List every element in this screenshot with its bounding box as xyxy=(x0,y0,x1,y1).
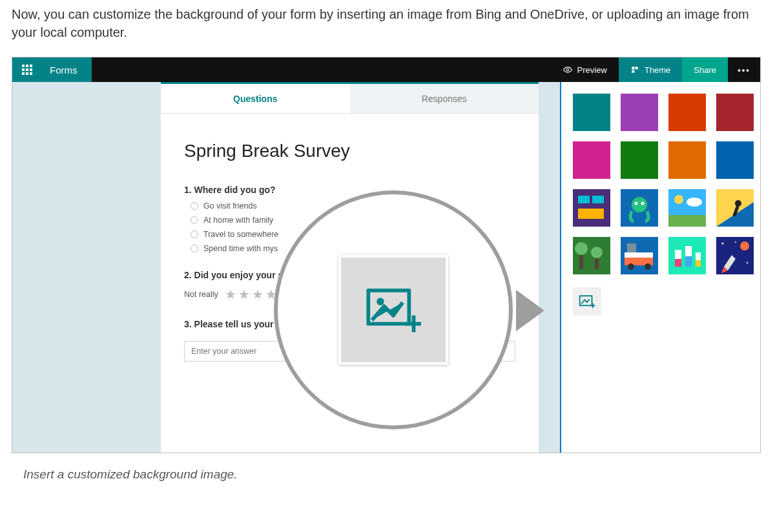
svg-rect-47 xyxy=(716,237,754,274)
swatch-amber[interactable] xyxy=(668,141,706,179)
app-brand[interactable]: Forms xyxy=(42,57,92,82)
swatch-image-van[interactable] xyxy=(621,237,658,274)
palette-icon xyxy=(630,65,639,74)
intro-paragraph: Now, you can customize the background of… xyxy=(0,0,775,45)
preview-label: Preview xyxy=(577,65,607,75)
swatch-image-landscape[interactable] xyxy=(668,189,706,227)
top-bar: Forms Preview Theme Share ••• xyxy=(12,57,760,82)
theme-button[interactable]: Theme xyxy=(619,57,682,82)
swatch-image-beakers[interactable] xyxy=(668,237,706,274)
svg-point-51 xyxy=(722,243,724,245)
form-tabs: Questions Responses xyxy=(161,84,539,114)
share-button[interactable]: Share xyxy=(682,57,728,82)
radio-icon xyxy=(191,216,198,224)
swatch-magenta[interactable] xyxy=(573,141,610,179)
radio-icon xyxy=(191,230,198,238)
more-button[interactable]: ••• xyxy=(728,57,760,82)
svg-rect-5 xyxy=(30,68,32,71)
workspace: Questions Responses Spring Break Survey … xyxy=(12,82,760,453)
preview-button[interactable]: Preview xyxy=(552,57,619,82)
svg-point-9 xyxy=(566,68,569,71)
svg-rect-29 xyxy=(573,237,610,274)
svg-rect-36 xyxy=(625,252,653,258)
svg-rect-15 xyxy=(592,196,604,203)
svg-rect-0 xyxy=(22,65,25,67)
svg-rect-10 xyxy=(632,66,634,69)
svg-rect-16 xyxy=(578,209,604,219)
svg-point-31 xyxy=(575,242,588,255)
svg-rect-46 xyxy=(696,260,701,267)
svg-point-18 xyxy=(632,197,647,212)
swatch-image-arcade[interactable] xyxy=(573,189,610,227)
svg-rect-12 xyxy=(632,70,634,73)
svg-rect-42 xyxy=(675,259,681,267)
svg-point-33 xyxy=(591,247,603,258)
svg-point-53 xyxy=(747,262,748,263)
svg-point-19 xyxy=(635,202,638,205)
app-screenshot: Forms Preview Theme Share ••• Questions … xyxy=(12,57,761,453)
svg-point-27 xyxy=(735,200,741,207)
swatch-orange[interactable] xyxy=(668,94,706,131)
callout-upload-tile xyxy=(338,255,448,365)
radio-icon xyxy=(191,245,198,252)
swatch-image-park[interactable] xyxy=(573,237,610,274)
svg-point-20 xyxy=(641,202,645,205)
theme-label: Theme xyxy=(645,65,670,75)
rating-left-label: Not really xyxy=(184,290,218,299)
app-launcher-button[interactable] xyxy=(12,57,42,82)
svg-point-24 xyxy=(687,198,702,207)
upload-image-swatch[interactable] xyxy=(573,287,601,316)
svg-rect-3 xyxy=(22,68,25,71)
form-title: Spring Break Survey xyxy=(184,141,515,161)
swatch-image-octopus[interactable] xyxy=(621,189,658,227)
svg-point-37 xyxy=(628,263,634,270)
svg-point-48 xyxy=(740,241,749,251)
svg-point-38 xyxy=(645,263,651,270)
svg-rect-39 xyxy=(627,243,636,252)
svg-rect-2 xyxy=(30,65,32,67)
swatch-image-space[interactable] xyxy=(716,237,754,274)
q1-opt1-text: At home with family xyxy=(203,216,273,225)
figure-caption: Insert a customized background image. xyxy=(23,467,763,482)
tab-responses[interactable]: Responses xyxy=(350,84,539,113)
svg-point-52 xyxy=(735,241,736,243)
svg-rect-7 xyxy=(26,72,28,75)
q1-opt0-text: Go visit friends xyxy=(203,201,257,210)
svg-point-23 xyxy=(674,195,683,204)
waffle-icon xyxy=(22,65,32,75)
swatch-image-ski[interactable] xyxy=(716,189,754,227)
svg-rect-6 xyxy=(22,72,25,75)
tab-questions[interactable]: Questions xyxy=(161,84,350,113)
swatch-blue[interactable] xyxy=(716,141,754,179)
svg-point-58 xyxy=(377,298,384,305)
image-add-large-icon xyxy=(366,287,421,332)
theme-panel xyxy=(560,82,760,453)
swatch-green[interactable] xyxy=(621,141,658,179)
swatch-maroon[interactable] xyxy=(716,94,754,131)
svg-rect-1 xyxy=(26,65,28,67)
svg-rect-8 xyxy=(30,72,32,75)
mid-gap xyxy=(539,82,560,453)
q1-opt2-text: Travel to somewhere xyxy=(203,230,278,239)
swatch-teal[interactable] xyxy=(573,94,610,131)
radio-icon xyxy=(191,202,198,210)
image-add-icon xyxy=(579,295,595,308)
share-label: Share xyxy=(694,65,716,75)
svg-rect-11 xyxy=(635,66,637,69)
topbar-spacer xyxy=(92,57,552,82)
left-background xyxy=(12,82,161,453)
callout-circle xyxy=(274,190,513,429)
eye-icon xyxy=(563,65,572,74)
swatch-purple[interactable] xyxy=(621,94,658,131)
svg-rect-22 xyxy=(668,215,706,227)
q1-opt3-text: Spend time with mys xyxy=(203,244,278,253)
svg-rect-4 xyxy=(26,68,28,71)
svg-rect-13 xyxy=(573,189,610,227)
svg-rect-14 xyxy=(578,196,590,203)
swatch-grid xyxy=(573,94,749,274)
q1-label: 1. Where did you go? xyxy=(184,185,515,195)
callout-arrow-icon xyxy=(516,290,544,331)
svg-rect-44 xyxy=(685,256,692,267)
